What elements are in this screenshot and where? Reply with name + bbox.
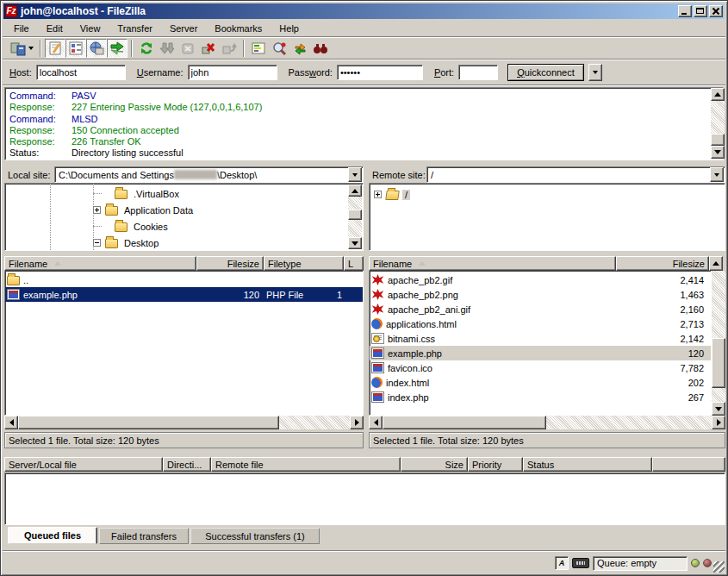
scroll-up-button[interactable] (709, 256, 723, 271)
scroll-left-button[interactable] (4, 416, 18, 429)
tree-item-application-data[interactable]: Application Data (93, 203, 196, 217)
scrollbar-thumb[interactable] (711, 134, 725, 146)
host-input[interactable] (36, 65, 126, 80)
remote-site-dropdown-button[interactable] (710, 167, 724, 182)
cancel-operation-button[interactable] (177, 39, 198, 58)
resize-grip[interactable] (713, 561, 725, 573)
scroll-up-button[interactable] (348, 185, 362, 197)
tab-queued-files[interactable]: Queued files (8, 527, 97, 544)
minimize-button[interactable] (678, 5, 692, 17)
menu-view[interactable]: View (76, 22, 109, 35)
tree-item-desktop[interactable]: Desktop (93, 235, 161, 250)
menu-server[interactable]: Server (165, 22, 205, 35)
remote-file-list[interactable]: apache_pb2.gif2,414 apache_pb2.png1,463 … (369, 271, 712, 416)
local-row-parent[interactable]: .. (5, 272, 363, 287)
tab-successful-transfers[interactable]: Successful transfers (1) (190, 528, 320, 544)
quickconnect-dropdown-button[interactable] (588, 64, 602, 81)
port-input[interactable] (458, 65, 498, 80)
toggle-remote-tree-button[interactable] (86, 39, 107, 58)
remote-row[interactable]: apache_pb2.gif2,414 (370, 272, 711, 287)
expand-icon[interactable] (93, 206, 101, 214)
column-lastmodified[interactable]: L (344, 256, 364, 271)
local-file-list[interactable]: .. example.php 120 PHP File 1 (4, 271, 364, 416)
tree-item-virtualbox[interactable]: .VirtualBox (93, 186, 182, 201)
scrollbar-thumb[interactable] (348, 210, 362, 220)
directory-filters-button[interactable] (248, 39, 269, 58)
disconnect-button[interactable] (198, 39, 219, 58)
remote-row[interactable]: apache_pb2.png1,463 (370, 287, 711, 302)
column-filetype[interactable]: Filetype (264, 256, 344, 271)
remote-site-combo[interactable]: / (426, 166, 725, 183)
tree-item-root[interactable]: / (374, 187, 410, 202)
expand-icon[interactable] (374, 191, 382, 198)
remote-row[interactable]: applications.html2,713 (370, 316, 711, 331)
remote-row[interactable]: favicon.ico7,782 (370, 360, 711, 375)
site-manager-dropdown-icon[interactable] (28, 47, 34, 50)
column-filename[interactable]: Filename (4, 256, 196, 271)
local-tree-scrollbar[interactable] (348, 185, 362, 249)
tab-failed-transfers[interactable]: Failed transfers (99, 528, 189, 544)
menu-bookmarks[interactable]: Bookmarks (210, 22, 270, 35)
scroll-up-button[interactable] (711, 88, 725, 101)
username-input[interactable] (188, 65, 277, 80)
remote-directory-tree[interactable]: / (369, 183, 725, 251)
scrollbar-track[interactable] (712, 388, 725, 402)
remote-row-selected[interactable]: example.php120 (370, 346, 711, 360)
process-queue-button[interactable] (157, 39, 177, 58)
toggle-message-log-button[interactable] (45, 39, 65, 58)
password-input[interactable] (337, 65, 423, 80)
synchronized-browsing-button[interactable] (289, 39, 310, 58)
site-manager-button[interactable] (7, 39, 36, 58)
scroll-down-button[interactable] (348, 237, 362, 249)
column-status[interactable]: Status (523, 457, 652, 472)
collapse-icon[interactable] (93, 239, 101, 247)
scrollbar-thumb[interactable] (712, 338, 725, 388)
scrollbar-track[interactable] (348, 197, 362, 210)
toggle-queue-button[interactable] (107, 39, 128, 58)
queue-list[interactable] (4, 473, 725, 525)
local-row-example-php[interactable]: example.php 120 PHP File 1 (5, 287, 363, 302)
scroll-right-button[interactable] (712, 416, 725, 429)
menu-edit[interactable]: Edit (42, 22, 71, 35)
column-filesize[interactable]: Filesize (196, 256, 264, 271)
column-remote-file[interactable]: Remote file (211, 457, 401, 472)
local-site-combo[interactable]: C:\Documents and Settings\Desktop\ (54, 166, 364, 183)
column-priority[interactable]: Priority (468, 457, 523, 472)
tree-item-cookies[interactable]: Cookies (93, 219, 171, 234)
scroll-down-button[interactable] (711, 146, 725, 159)
scrollbar-track[interactable] (348, 220, 362, 237)
close-button[interactable] (709, 5, 723, 17)
scrollbar-track[interactable] (712, 271, 725, 338)
remote-row[interactable]: index.html202 (370, 375, 711, 390)
remote-list-vscrollbar[interactable] (712, 271, 725, 416)
refresh-button[interactable] (136, 39, 157, 58)
directory-comparison-button[interactable] (269, 39, 289, 58)
remote-row[interactable]: bitnami.css2,142 (370, 331, 711, 346)
column-size[interactable]: Size (401, 457, 468, 472)
reconnect-button[interactable] (219, 39, 240, 58)
remote-row[interactable]: apache_pb2_ani.gif2,160 (370, 302, 711, 316)
scroll-down-button[interactable] (712, 402, 725, 416)
maximize-button[interactable] (694, 5, 707, 17)
local-site-dropdown-button[interactable] (348, 167, 362, 182)
title-bar[interactable]: Fz john@localhost - FileZilla (3, 3, 725, 19)
column-server-local-file[interactable]: Server/Local file (4, 457, 163, 472)
scrollbar-track[interactable] (279, 416, 350, 429)
quickconnect-button[interactable]: Quickconnect (507, 64, 584, 81)
menu-file[interactable]: File (9, 22, 37, 35)
local-list-hscrollbar[interactable] (4, 416, 364, 429)
scroll-right-button[interactable] (350, 416, 364, 429)
log-scrollbar[interactable] (711, 88, 725, 160)
column-filesize[interactable]: Filesize (616, 256, 709, 271)
column-filename[interactable]: Filename (369, 256, 616, 271)
scroll-left-button[interactable] (369, 416, 383, 429)
message-log[interactable]: Command:PASV Response:227 Entering Passi… (4, 87, 724, 160)
scrollbar-thumb[interactable] (383, 416, 546, 429)
scrollbar-thumb[interactable] (18, 416, 279, 429)
column-direction[interactable]: Directi... (163, 457, 211, 472)
scrollbar-track[interactable] (711, 101, 725, 134)
toggle-local-tree-button[interactable] (65, 39, 86, 58)
remote-list-hscrollbar[interactable] (369, 416, 725, 429)
scrollbar-track[interactable] (546, 416, 712, 429)
local-directory-tree[interactable]: .VirtualBox Application Data Cookies Des… (4, 183, 364, 251)
